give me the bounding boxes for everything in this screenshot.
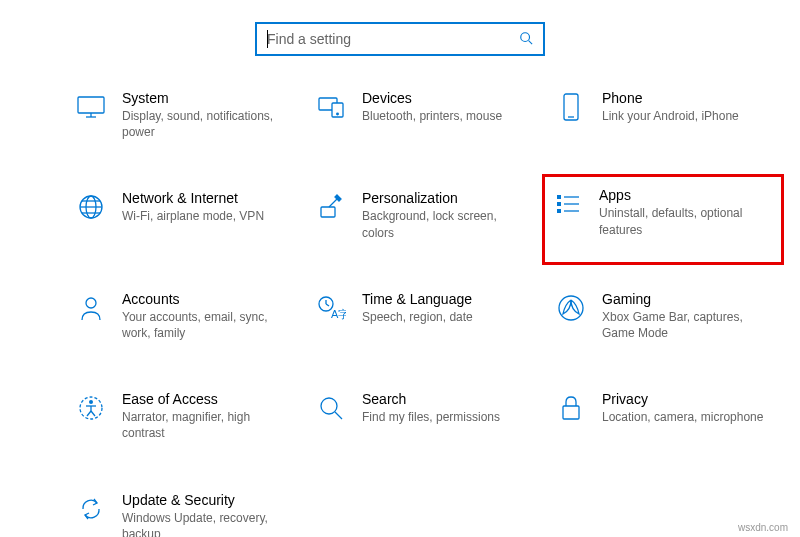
svg-rect-17 xyxy=(557,195,561,199)
tile-text: Search Find my files, permissions xyxy=(362,391,500,425)
search-container xyxy=(0,0,800,84)
svg-point-0 xyxy=(521,32,530,41)
tile-text: Apps Uninstall, defaults, optional featu… xyxy=(599,187,775,237)
paint-icon xyxy=(314,190,348,224)
tile-desc: Location, camera, microphone xyxy=(602,409,763,425)
tile-text: Gaming Xbox Game Bar, captures, Game Mod… xyxy=(602,291,770,341)
phone-icon xyxy=(554,90,588,124)
tile-text: Devices Bluetooth, printers, mouse xyxy=(362,90,502,124)
tile-text: Ease of Access Narrator, magnifier, high… xyxy=(122,391,290,441)
svg-point-28 xyxy=(559,296,583,320)
svg-point-35 xyxy=(321,398,337,414)
tile-text: Time & Language Speech, region, date xyxy=(362,291,473,325)
tile-title: Apps xyxy=(599,187,775,203)
watermark: wsxdn.com xyxy=(738,522,788,533)
svg-point-30 xyxy=(89,400,93,404)
search-box[interactable] xyxy=(255,22,545,56)
globe-icon xyxy=(74,190,108,224)
devices-icon xyxy=(314,90,348,124)
tile-desc: Narrator, magnifier, high contrast xyxy=(122,409,290,441)
tile-title: Network & Internet xyxy=(122,190,264,206)
tile-title: Privacy xyxy=(602,391,763,407)
text-cursor xyxy=(267,30,268,48)
search-tile-icon xyxy=(314,391,348,425)
tile-desc: Your accounts, email, sync, work, family xyxy=(122,309,290,341)
tile-time-language[interactable]: A字 Time & Language Speech, region, date xyxy=(308,285,538,347)
tile-desc: Windows Update, recovery, backup xyxy=(122,510,290,538)
tile-title: Gaming xyxy=(602,291,770,307)
svg-line-26 xyxy=(326,304,329,306)
tile-accounts[interactable]: Accounts Your accounts, email, sync, wor… xyxy=(68,285,298,347)
search-input[interactable] xyxy=(267,31,519,47)
tile-desc: Uninstall, defaults, optional features xyxy=(599,205,775,237)
tile-devices[interactable]: Devices Bluetooth, printers, mouse xyxy=(308,84,538,146)
tile-title: Search xyxy=(362,391,500,407)
svg-rect-37 xyxy=(563,406,579,419)
tile-text: System Display, sound, notifications, po… xyxy=(122,90,290,140)
tile-desc: Xbox Game Bar, captures, Game Mode xyxy=(602,309,770,341)
system-icon xyxy=(74,90,108,124)
person-icon xyxy=(74,291,108,325)
tile-desc: Wi-Fi, airplane mode, VPN xyxy=(122,208,264,224)
tile-title: Personalization xyxy=(362,190,530,206)
tile-search[interactable]: Search Find my files, permissions xyxy=(308,385,538,447)
svg-line-1 xyxy=(529,40,533,44)
sync-icon xyxy=(74,492,108,526)
tile-title: Devices xyxy=(362,90,502,106)
tile-text: Phone Link your Android, iPhone xyxy=(602,90,739,124)
tile-update-security[interactable]: Update & Security Windows Update, recove… xyxy=(68,486,298,538)
tile-title: Update & Security xyxy=(122,492,290,508)
tile-title: Accounts xyxy=(122,291,290,307)
tile-title: Phone xyxy=(602,90,739,106)
svg-rect-8 xyxy=(564,94,578,120)
tile-text: Accounts Your accounts, email, sync, wor… xyxy=(122,291,290,341)
tile-title: System xyxy=(122,90,290,106)
tile-ease-of-access[interactable]: Ease of Access Narrator, magnifier, high… xyxy=(68,385,298,447)
apps-icon xyxy=(551,187,585,221)
svg-line-34 xyxy=(91,411,95,416)
gaming-icon xyxy=(554,291,588,325)
svg-rect-15 xyxy=(321,207,335,217)
tile-gaming[interactable]: Gaming Xbox Game Bar, captures, Game Mod… xyxy=(548,285,778,347)
tile-desc: Speech, region, date xyxy=(362,309,473,325)
tile-phone[interactable]: Phone Link your Android, iPhone xyxy=(548,84,778,146)
search-icon xyxy=(519,31,533,48)
tile-personalization[interactable]: Personalization Background, lock screen,… xyxy=(308,184,538,246)
svg-rect-18 xyxy=(557,202,561,206)
svg-point-23 xyxy=(86,298,96,308)
settings-grid: System Display, sound, notifications, po… xyxy=(0,84,800,537)
tile-desc: Link your Android, iPhone xyxy=(602,108,739,124)
tile-desc: Display, sound, notifications, power xyxy=(122,108,290,140)
svg-rect-2 xyxy=(78,97,104,113)
tile-system[interactable]: System Display, sound, notifications, po… xyxy=(68,84,298,146)
ease-of-access-icon xyxy=(74,391,108,425)
tile-text: Personalization Background, lock screen,… xyxy=(362,190,530,240)
tile-apps[interactable]: Apps Uninstall, defaults, optional featu… xyxy=(542,174,784,264)
svg-line-33 xyxy=(87,411,91,416)
tile-text: Privacy Location, camera, microphone xyxy=(602,391,763,425)
tile-text: Network & Internet Wi-Fi, airplane mode,… xyxy=(122,190,264,224)
lock-icon xyxy=(554,391,588,425)
tile-desc: Find my files, permissions xyxy=(362,409,500,425)
svg-line-36 xyxy=(335,412,342,419)
svg-text:A字: A字 xyxy=(331,308,346,320)
time-language-icon: A字 xyxy=(314,291,348,325)
tile-privacy[interactable]: Privacy Location, camera, microphone xyxy=(548,385,778,447)
tile-title: Time & Language xyxy=(362,291,473,307)
svg-point-7 xyxy=(337,113,339,115)
tile-title: Ease of Access xyxy=(122,391,290,407)
tile-desc: Background, lock screen, colors xyxy=(362,208,530,240)
tile-text: Update & Security Windows Update, recove… xyxy=(122,492,290,538)
tile-network[interactable]: Network & Internet Wi-Fi, airplane mode,… xyxy=(68,184,298,246)
tile-desc: Bluetooth, printers, mouse xyxy=(362,108,502,124)
svg-rect-19 xyxy=(557,209,561,213)
